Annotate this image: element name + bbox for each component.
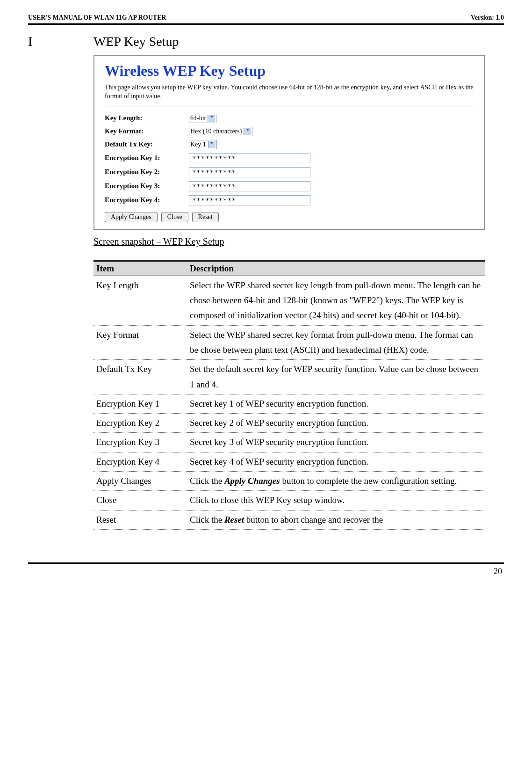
label-encryption-key-4: Encryption Key 4: bbox=[105, 196, 189, 204]
label-default-tx-key: Default Tx Key: bbox=[105, 140, 189, 148]
reset-button[interactable]: Reset bbox=[192, 212, 219, 222]
doc-version: Version: 1.0 bbox=[471, 14, 504, 22]
apply-changes-button[interactable]: Apply Changes bbox=[105, 212, 158, 222]
row-encryption-key-4: Encryption Key 4: bbox=[105, 195, 474, 205]
cell-desc: Secret key 4 of WEP security encryption … bbox=[187, 452, 485, 471]
chevron-down-icon bbox=[208, 115, 215, 122]
table-row: Apply ChangesClick the Apply Changes but… bbox=[93, 472, 485, 491]
button-row: Apply Changes Close Reset bbox=[105, 212, 474, 222]
close-button[interactable]: Close bbox=[161, 212, 188, 222]
row-default-tx-key: Default Tx Key: Key 1 bbox=[105, 140, 474, 149]
table-body: Key LengthSelect the WEP shared secret k… bbox=[93, 276, 485, 529]
label-key-length: Key Length: bbox=[105, 114, 189, 122]
select-key-format[interactable]: Hex (10 characters) bbox=[189, 127, 252, 136]
table-row: CloseClick to close this WEP Key setup w… bbox=[93, 491, 485, 510]
doc-title: USER'S MANUAL OF WLAN 11G AP ROUTER bbox=[28, 14, 166, 22]
section-title: WEP Key Setup bbox=[93, 34, 179, 49]
cell-item: Default Tx Key bbox=[93, 360, 187, 394]
cell-desc: Click the Apply Changes button to comple… bbox=[187, 472, 485, 491]
row-key-length: Key Length: 64-bit bbox=[105, 114, 474, 123]
input-encryption-key-3[interactable] bbox=[189, 181, 310, 191]
doc-header: USER'S MANUAL OF WLAN 11G AP ROUTER Vers… bbox=[28, 14, 504, 23]
cell-desc: Click to close this WEP Key setup window… bbox=[187, 491, 485, 510]
table-row: Encryption Key 1Secret key 1 of WEP secu… bbox=[93, 394, 485, 413]
table-row: Encryption Key 3Secret key 3 of WEP secu… bbox=[93, 433, 485, 452]
wep-setup-panel: Wireless WEP Key Setup This page allows … bbox=[93, 55, 485, 230]
cell-item: Reset bbox=[93, 510, 187, 529]
table-row: ResetClick the Reset button to abort cha… bbox=[93, 510, 485, 529]
chevron-down-icon bbox=[208, 141, 216, 148]
select-key-length[interactable]: 64-bit bbox=[189, 114, 216, 123]
cell-item: Encryption Key 3 bbox=[93, 433, 187, 452]
cell-desc: Click the Reset button to abort change a… bbox=[187, 510, 485, 529]
section-heading: I WEP Key Setup bbox=[28, 34, 504, 49]
row-key-format: Key Format: Hex (10 characters) bbox=[105, 127, 474, 136]
label-encryption-key-1: Encryption Key 1: bbox=[105, 154, 189, 162]
select-default-tx-key[interactable]: Key 1 bbox=[189, 140, 217, 149]
col-desc: Description bbox=[187, 261, 485, 276]
cell-item: Close bbox=[93, 491, 187, 510]
cell-item: Key Length bbox=[93, 276, 187, 325]
cell-desc: Secret key 2 of WEP security encryption … bbox=[187, 414, 485, 433]
table-row: Key FormatSelect the WEP shared secret k… bbox=[93, 325, 485, 360]
cell-desc: Secret key 3 of WEP security encryption … bbox=[187, 433, 485, 452]
select-key-format-value: Hex (10 characters) bbox=[190, 128, 242, 135]
panel-title: Wireless WEP Key Setup bbox=[105, 62, 474, 80]
chevron-down-icon bbox=[244, 128, 251, 135]
cell-desc: Select the WEP shared secret key format … bbox=[187, 325, 485, 360]
select-key-length-value: 64-bit bbox=[190, 115, 206, 122]
input-encryption-key-4[interactable] bbox=[189, 195, 310, 205]
col-item: Item bbox=[93, 261, 187, 276]
header-rule bbox=[28, 23, 504, 25]
cell-item: Apply Changes bbox=[93, 472, 187, 491]
cell-item: Encryption Key 2 bbox=[93, 414, 187, 433]
table-row: Default Tx KeySet the default secret key… bbox=[93, 360, 485, 394]
table-row: Key LengthSelect the WEP shared secret k… bbox=[93, 276, 485, 325]
footer-rule bbox=[28, 562, 504, 564]
table-header-row: Item Description bbox=[93, 261, 485, 276]
input-encryption-key-1[interactable] bbox=[189, 153, 310, 163]
label-encryption-key-2: Encryption Key 2: bbox=[105, 168, 189, 176]
cell-item: Encryption Key 4 bbox=[93, 452, 187, 471]
screenshot-caption: Screen snapshot – WEP Key Setup bbox=[93, 236, 485, 247]
row-encryption-key-3: Encryption Key 3: bbox=[105, 181, 474, 191]
svg-marker-0 bbox=[210, 116, 214, 118]
svg-marker-2 bbox=[210, 142, 214, 144]
section-letter: I bbox=[28, 34, 93, 49]
panel-divider bbox=[105, 107, 474, 107]
panel-description: This page allows you setup the WEP key v… bbox=[105, 83, 474, 101]
table-row: Encryption Key 2Secret key 2 of WEP secu… bbox=[93, 414, 485, 433]
select-default-tx-value: Key 1 bbox=[190, 141, 206, 148]
cell-item: Key Format bbox=[93, 325, 187, 360]
description-table: Item Description Key LengthSelect the WE… bbox=[93, 260, 485, 530]
cell-item: Encryption Key 1 bbox=[93, 394, 187, 413]
cell-desc: Select the WEP shared secret key length … bbox=[187, 276, 485, 325]
svg-marker-1 bbox=[246, 129, 250, 131]
cell-desc: Secret key 1 of WEP security encryption … bbox=[187, 394, 485, 413]
page-number: 20 bbox=[28, 567, 504, 576]
row-encryption-key-1: Encryption Key 1: bbox=[105, 153, 474, 163]
table-row: Encryption Key 4Secret key 4 of WEP secu… bbox=[93, 452, 485, 471]
input-encryption-key-2[interactable] bbox=[189, 167, 310, 177]
label-key-format: Key Format: bbox=[105, 127, 189, 135]
label-encryption-key-3: Encryption Key 3: bbox=[105, 182, 189, 190]
cell-desc: Set the default secret key for WEP secur… bbox=[187, 360, 485, 394]
row-encryption-key-2: Encryption Key 2: bbox=[105, 167, 474, 177]
